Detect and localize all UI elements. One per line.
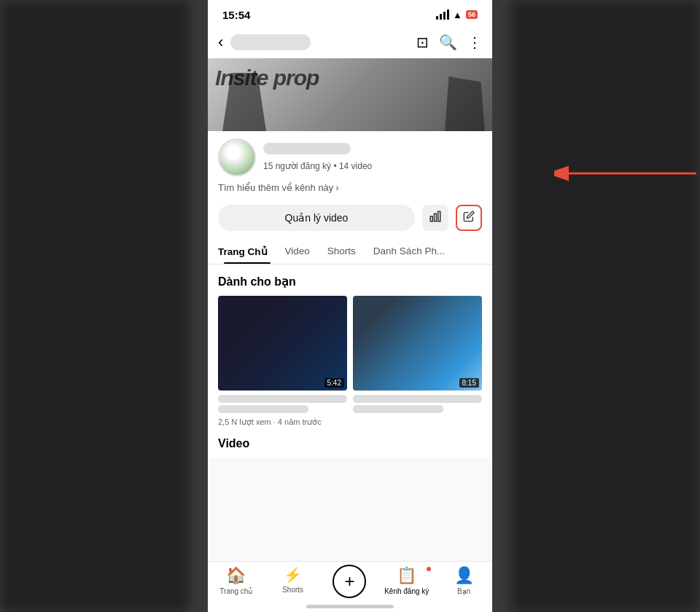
video-section-heading: Video — [208, 427, 492, 458]
phone-frame: 15:54 ▲ 56 ‹ ⊡ 🔍 ⋮ Insite prop — [208, 0, 492, 612]
channel-meta: 15 người đăng ký • 14 video — [263, 143, 482, 172]
manage-video-button[interactable]: Quản lý video — [218, 205, 415, 231]
video-duration-1: 5:42 — [324, 378, 344, 388]
avatar — [218, 138, 256, 176]
learn-more-link[interactable]: Tìm hiểu thêm về kênh này › — [218, 179, 482, 199]
analytics-icon — [429, 210, 442, 226]
channel-title-placeholder — [230, 34, 311, 50]
channel-tabs: Trang Chủ Video Shorts Danh Sách Ph... — [208, 238, 492, 264]
video-stats: 2,5 N lượt xem · 4 năm trước — [208, 415, 492, 427]
home-indicator — [306, 605, 394, 608]
tab-shorts[interactable]: Shorts — [319, 238, 365, 264]
svg-rect-0 — [430, 216, 432, 221]
status-bar: 15:54 ▲ 56 — [208, 0, 492, 26]
nav-item-shorts[interactable]: ⚡ Shorts — [271, 566, 315, 594]
video-duration-2: 8:15 — [459, 378, 479, 388]
subscriptions-icon: 📋 — [397, 566, 416, 585]
status-time: 15:54 — [222, 9, 250, 21]
svg-rect-1 — [435, 213, 437, 221]
video-title-2 — [353, 395, 482, 403]
video-title-1 — [218, 395, 347, 403]
home-icon: 🏠 — [226, 566, 246, 585]
channel-name-placeholder — [263, 143, 351, 154]
more-options-icon[interactable]: ⋮ — [467, 34, 482, 51]
wifi-icon: ▲ — [453, 9, 462, 20]
channel-profile-row: 15 người đăng ký • 14 video — [218, 138, 482, 176]
profile-icon: 👤 — [454, 566, 474, 585]
shorts-label: Shorts — [282, 586, 303, 594]
thumbnail-1[interactable]: 5:42 — [218, 296, 347, 391]
edit-icon — [463, 211, 475, 225]
add-icon: + — [344, 573, 354, 590]
tab-trang-chu[interactable]: Trang Chủ — [218, 238, 276, 264]
svg-rect-2 — [438, 211, 440, 221]
nav-item-you[interactable]: 👤 Bạn — [442, 566, 486, 595]
search-icon[interactable]: 🔍 — [439, 34, 457, 51]
battery-indicator: 56 — [466, 10, 478, 19]
back-button[interactable]: ‹ — [218, 33, 223, 52]
status-icons: ▲ 56 — [436, 9, 478, 20]
video-title-2b — [353, 405, 443, 413]
add-button[interactable]: + — [332, 565, 366, 598]
cast-icon[interactable]: ⊡ — [416, 34, 429, 51]
you-label: Bạn — [457, 587, 470, 595]
for-you-heading: Dành cho bạn — [208, 264, 492, 296]
nav-item-subscriptions[interactable]: 📋 Kênh đăng ký — [384, 566, 429, 595]
thumbnails-row: 5:42 8:15 — [208, 296, 492, 391]
home-label: Trang chủ — [219, 587, 252, 595]
edit-channel-button[interactable] — [456, 205, 482, 231]
channel-info: 15 người đăng ký • 14 video Tìm hiểu thê… — [208, 131, 492, 199]
video-title-1b — [218, 405, 308, 413]
tab-danh-sach-phat[interactable]: Danh Sách Ph... — [365, 238, 454, 264]
video-info-row — [208, 391, 492, 415]
channel-stats: 15 người đăng ký • 14 video — [263, 161, 372, 171]
nav-bar: ‹ ⊡ 🔍 ⋮ — [208, 26, 492, 58]
subscription-badge — [426, 566, 432, 572]
subscriptions-label: Kênh đăng ký — [384, 587, 429, 595]
learn-more-text: Tìm hiểu thêm về kênh này — [218, 182, 333, 193]
nav-right: ⊡ 🔍 ⋮ — [416, 34, 482, 51]
shorts-icon: ⚡ — [284, 566, 302, 584]
nav-item-home[interactable]: 🏠 Trang chủ — [214, 566, 258, 595]
channel-banner: Insite prop — [208, 58, 492, 131]
signal-icon — [436, 9, 449, 20]
thumbnail-2[interactable]: 8:15 — [353, 296, 482, 391]
banner-figure-right — [445, 76, 485, 131]
learn-more-arrow: › — [335, 182, 338, 193]
nav-left: ‹ — [218, 33, 311, 52]
video-info-1 — [218, 395, 347, 413]
nav-item-add[interactable]: + — [327, 566, 371, 598]
video-info-2 — [353, 395, 482, 413]
tab-video[interactable]: Video — [276, 238, 319, 264]
action-row: Quản lý video — [208, 199, 492, 238]
analytics-button[interactable] — [422, 205, 448, 231]
